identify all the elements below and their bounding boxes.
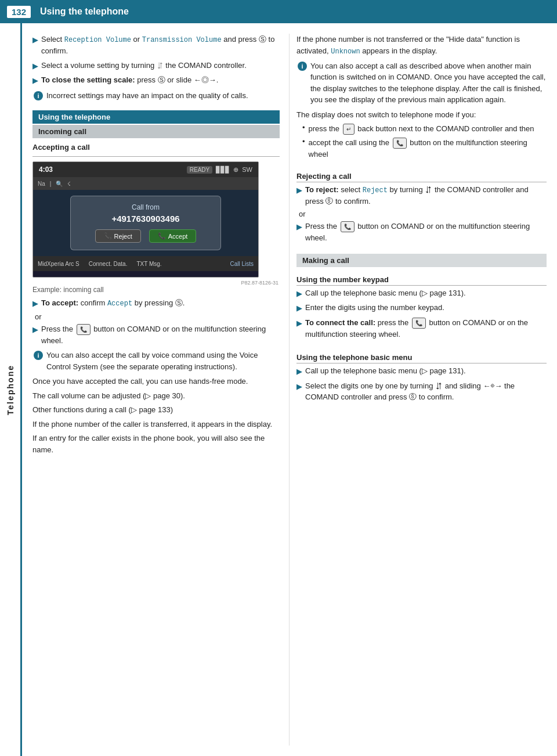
end-call-btn-icon: 📞 bbox=[341, 221, 355, 232]
bullet-arrow-2: ▶ bbox=[32, 60, 38, 72]
bullet-text-reject: To reject: select Reject by turning ⮃ th… bbox=[305, 184, 547, 207]
info-block-1: i Incorrect settings may have an impact … bbox=[32, 90, 280, 102]
bullet-arrow-connect: ▶ bbox=[296, 318, 302, 329]
scr-accept-phone-icon: 📞 bbox=[158, 232, 166, 240]
scr-reject-btn[interactable]: 📞 Reject bbox=[95, 229, 141, 243]
bullet-call-basic-menu-1: ▶ Call up the telephone basic menu (▷ pa… bbox=[296, 287, 547, 300]
scr-ready-badge: READY bbox=[187, 166, 212, 174]
scr-accept-btn[interactable]: 📞 Accept bbox=[149, 229, 197, 243]
dot-bullet-2: • accept the call using the 📞 button on … bbox=[296, 137, 547, 160]
scr-nav-item-1: Na bbox=[38, 181, 45, 187]
scr-nav-item-2: 🔍 bbox=[56, 181, 63, 187]
bullet-text-comand: Press the 📞 button on COMAND or on the m… bbox=[41, 323, 280, 347]
bullet-call-basic-menu-2: ▶ Call up the telephone basic menu (▷ pa… bbox=[296, 365, 547, 377]
info-text-2: You can also accept the call by voice co… bbox=[46, 350, 280, 372]
bullet-close-scale: ▶ To close the setting scale: press Ⓢ or… bbox=[32, 74, 280, 87]
connect-btn-icon: 📞 bbox=[412, 318, 426, 329]
bullet-arrow-1: ▶ bbox=[32, 34, 38, 46]
para-phone-number: If the phone number of the caller is tra… bbox=[32, 419, 280, 430]
bullet-connect-call: ▶ To connect the call: press the 📞 butto… bbox=[296, 317, 547, 340]
para-phone-book: If an entry for the caller exists in the… bbox=[32, 433, 280, 455]
basic-menu-heading: Using the telephone basic menu bbox=[296, 353, 547, 363]
para-hands-free: Once you have accepted the call, you can… bbox=[32, 376, 280, 387]
bullet-press-comand: ▶ Press the 📞 button on COMAND or on the… bbox=[32, 323, 280, 347]
making-call-heading: Making a call bbox=[296, 254, 547, 267]
mono-reception: Reception Volume bbox=[64, 36, 131, 44]
bullet-text-cbm2: Call up the telephone basic menu (▷ page… bbox=[305, 365, 466, 377]
number-keypad-heading: Using the number keypad bbox=[296, 275, 547, 286]
scr-bottom-bar: MidXperia Arc S Connect. Data. TXT Msg. … bbox=[33, 256, 258, 271]
header-bar: 132 Using the telephone bbox=[0, 0, 557, 23]
page-number: 132 bbox=[7, 6, 31, 18]
or-text-1: or bbox=[35, 312, 280, 321]
scr-call-from-label: Call from bbox=[88, 203, 203, 211]
bullet-text-1: Select Reception Volume or Transmis­sion… bbox=[41, 34, 280, 57]
scr-buttons: 📞 Reject 📞 Accept bbox=[88, 229, 203, 243]
bullet-arrow-press-reject: ▶ bbox=[296, 221, 302, 233]
right-info-block-1: i You can also accept a call as describe… bbox=[296, 60, 547, 106]
section-heading-using-telephone: Using the telephone bbox=[32, 110, 280, 124]
info-block-2: i You can also accept the call by voice … bbox=[32, 350, 280, 372]
bullet-arrow-sd: ▶ bbox=[296, 381, 302, 393]
bullet-press-reject: ▶ Press the 📞 button on COMAND or on the… bbox=[296, 221, 547, 244]
scr-connection-icon: ⊕ bbox=[233, 166, 238, 174]
right-or-text-1: or bbox=[299, 210, 547, 218]
phone-btn-icon: 📞 bbox=[77, 324, 91, 335]
bullet-arrow-comand: ▶ bbox=[32, 324, 38, 336]
scr-nav-divider: | bbox=[50, 181, 52, 187]
right-info-text-1: You can also accept a call as described … bbox=[310, 60, 547, 106]
back-btn-icon: ↵ bbox=[343, 124, 355, 135]
mono-reject: Reject bbox=[363, 186, 388, 195]
right-para-2: The display does not switch to telephone… bbox=[296, 109, 547, 121]
mono-accept: Accept bbox=[107, 300, 132, 308]
bullet-to-accept: ▶ To accept: confirm Accept by pressing … bbox=[32, 297, 280, 309]
scr-bottom-item-2: Connect. Data. bbox=[89, 261, 128, 267]
bullet-select-digits: ▶ Select the digits one by one by turnin… bbox=[296, 380, 547, 403]
scr-accept-label: Accept bbox=[168, 233, 188, 240]
sidebar-label: Telephone bbox=[6, 365, 15, 415]
scr-topbar: 4:03 READY ▊▊▊ ⊕ SW bbox=[33, 162, 258, 177]
scr-bottom-item-1: MidXperia Arc S bbox=[38, 261, 79, 267]
divider-1 bbox=[32, 156, 280, 157]
bullet-arrow-3: ▶ bbox=[32, 75, 38, 87]
scr-status-right: READY ▊▊▊ ⊕ SW bbox=[187, 166, 252, 174]
accept-call-btn-icon: 📞 bbox=[393, 138, 407, 149]
rejecting-call-heading: Rejecting a call bbox=[296, 172, 547, 182]
left-column: ▶ Select Reception Volume or Transmis­si… bbox=[22, 34, 289, 746]
dot-text-1: press the ↵ back button next to the COMA… bbox=[309, 123, 534, 135]
sidebar: Telephone bbox=[0, 23, 22, 756]
info-icon-1: i bbox=[34, 91, 43, 100]
bullet-text-sd: Select the digits one by one by turning … bbox=[305, 380, 547, 403]
bullet-text-accept: To accept: confirm Accept by pressing Ⓢ. bbox=[41, 297, 185, 309]
right-column: If the phone number is not transferred o… bbox=[289, 34, 557, 746]
mono-transmission: Transmis­sion Volume bbox=[142, 36, 222, 44]
scr-call-box: Call from +4917630903496 📞 Reject 📞 Acce… bbox=[70, 196, 221, 250]
bullet-volume-setting: ▶ Select a volume setting by turning ⮃ t… bbox=[32, 60, 280, 72]
example-caption: Example: incoming call bbox=[32, 286, 280, 294]
dot-1: • bbox=[302, 123, 305, 132]
section-heading-incoming-call: Incoming call bbox=[32, 125, 280, 138]
bullet-text-3: To close the setting scale: press Ⓢ or s… bbox=[41, 74, 218, 86]
bullet-to-reject: ▶ To reject: select Reject by turning ⮃ … bbox=[296, 184, 547, 207]
bullet-text-2: Select a volume setting by turning ⮃ the… bbox=[41, 60, 247, 71]
bullet-text-press-reject: Press the 📞 button on COMAND or on the m… bbox=[305, 221, 547, 244]
right-info-icon-1: i bbox=[298, 62, 307, 71]
scr-nav-item-3: ☇ bbox=[67, 181, 71, 187]
bullet-arrow-accept: ▶ bbox=[32, 298, 38, 309]
unknown-text: Unknown bbox=[331, 48, 360, 56]
bullet-arrow-digits: ▶ bbox=[296, 303, 302, 314]
scr-call-lists: Call Lists bbox=[230, 261, 254, 267]
bullet-text-digits: Enter the digits using the number keypad… bbox=[305, 302, 444, 314]
accepting-call-heading: Accepting a call bbox=[32, 143, 280, 152]
scr-time: 4:03 bbox=[39, 165, 53, 174]
scr-signal-icon: ▊▊▊ bbox=[216, 166, 230, 174]
para-volume: The call volume can be adjusted (▷ page … bbox=[32, 390, 280, 402]
right-para-1: If the phone number is not transferred o… bbox=[296, 34, 547, 57]
dot-2: • bbox=[302, 137, 305, 146]
scr-sw-label: SW bbox=[242, 166, 252, 173]
para-other-functions: Other functions during a call (▷ page 13… bbox=[32, 404, 280, 416]
bullet-arrow-cbm2: ▶ bbox=[296, 366, 302, 377]
scr-reject-phone-icon: 📞 bbox=[104, 232, 112, 240]
scr-call-number: +4917630903496 bbox=[88, 214, 203, 224]
bullet-enter-digits: ▶ Enter the digits using the number keyp… bbox=[296, 302, 547, 314]
